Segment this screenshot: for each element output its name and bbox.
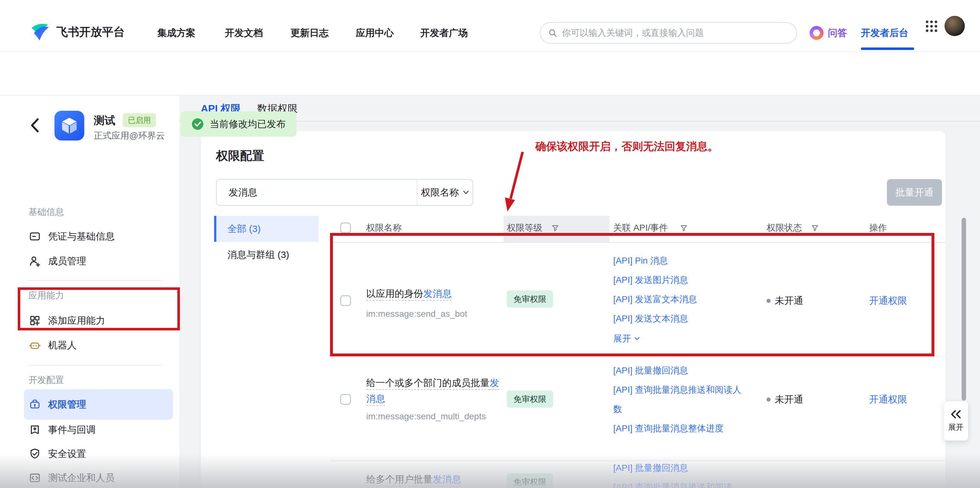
api-link[interactable]: [API] Pin 消息 — [613, 251, 743, 270]
col-header-status: 权限状态 — [767, 222, 802, 234]
publish-status-text: 当前修改均已发布 — [210, 118, 286, 131]
app-subtitle: 正式应用@环界云 — [94, 130, 165, 142]
nav-item-docs[interactable]: 开发文档 — [225, 26, 263, 40]
filter-icon-api[interactable] — [680, 224, 688, 232]
expand-apis-link[interactable]: 展开 — [613, 330, 640, 347]
permission-code: im:message:send_as_bot — [366, 307, 467, 320]
sidebar-item-permissions[interactable]: 权限管理 — [29, 396, 86, 413]
api-link[interactable]: [API] 发送富文本消息 — [613, 290, 743, 309]
permission-name: 给一个或多个部门的成员批量发消息 — [366, 375, 504, 407]
nav-item-changelog[interactable]: 更新日志 — [290, 26, 328, 40]
search-filter-label: 权限名称 — [421, 186, 459, 199]
sidebar-item-label: 事件与回调 — [48, 423, 95, 436]
col-header-action: 操作 — [869, 222, 887, 234]
shield-check-icon — [29, 447, 41, 460]
permission-code: im:message:send_multi_depts — [366, 410, 486, 423]
feishu-logo-icon — [30, 22, 51, 43]
level-tag: 免审权限 — [507, 474, 553, 488]
sidebar-group-dev-config: 开发配置 — [29, 374, 64, 387]
top-navigation: 飞书开放平台 集成方案 开发文档 更新日志 应用中心 开发者广场 问答 开发者后… — [0, 0, 980, 52]
category-label: 消息与群组 (3) — [214, 249, 289, 261]
nav-item-developer-console[interactable]: 开发者后台 — [861, 26, 908, 40]
nav-item-appcenter[interactable]: 应用中心 — [356, 26, 394, 40]
category-active-bar — [214, 216, 216, 242]
sidebar-item-label: 安全设置 — [48, 447, 86, 461]
apps-grid-icon[interactable] — [925, 20, 938, 33]
sidebar-item-add-capability[interactable]: 添加应用能力 — [29, 312, 105, 330]
filter-icon-level[interactable] — [551, 224, 559, 232]
search-filter-dropdown[interactable]: 权限名称 — [417, 180, 473, 205]
vertical-scrollbar[interactable] — [962, 218, 966, 401]
permission-briefcase-icon — [29, 398, 41, 411]
api-list: [API] Pin 消息 [API] 发送图片消息 [API] 发送富文本消息 … — [613, 251, 743, 328]
col-header-name: 权限名称 — [366, 222, 402, 234]
sidebar-item-bot[interactable]: 机器人 — [29, 336, 76, 354]
back-icon[interactable] — [30, 117, 40, 133]
permission-search-group: 权限名称 — [216, 179, 473, 206]
col-header-api: 关联 API/事件 — [613, 222, 668, 234]
active-nav-underline — [861, 48, 914, 50]
sidebar-item-label: 测试企业和人员 — [48, 472, 115, 485]
app-header: 测试 已启用 正式应用@环界云 当前修改均已发布 — [0, 52, 980, 95]
sidebar-item-credentials[interactable]: 凭证与基础信息 — [29, 228, 115, 245]
sidebar-item-label: 成员管理 — [48, 255, 86, 268]
permission-name: 给多个用户批量发消息 — [366, 472, 506, 487]
bulk-enable-button[interactable]: 批量开通 — [887, 179, 942, 206]
sidebar-item-label: 凭证与基础信息 — [48, 230, 115, 243]
feishu-logo[interactable]: 飞书开放平台 — [30, 22, 125, 43]
row-checkbox[interactable] — [340, 295, 351, 306]
double-chevron-left-icon — [950, 409, 962, 419]
api-list: [API] 批量撤回消息 [API] 查询批量消息推送和阅读人数 [API] 查… — [613, 361, 743, 438]
level-tag: 免审权限 — [507, 391, 553, 407]
sidebar-group-basic: 基础信息 — [29, 206, 64, 219]
app-icon — [54, 111, 84, 141]
enable-permission-link[interactable]: 开通权限 — [869, 294, 907, 307]
api-link[interactable]: [API] 发送图片消息 — [613, 270, 743, 290]
sidebar-item-label: 添加应用能力 — [48, 314, 105, 327]
expand-panel-button[interactable]: 展开 — [944, 401, 968, 440]
level-tag: 免审权限 — [507, 290, 553, 307]
sidebar-item-events[interactable]: 事件与回调 — [29, 421, 95, 439]
select-all-checkbox[interactable] — [340, 222, 351, 233]
app-name: 测试 — [94, 113, 115, 127]
api-link[interactable]: [API] 批量撤回消息 — [613, 458, 743, 478]
robot-icon — [29, 339, 41, 352]
filter-icon-status[interactable] — [811, 224, 819, 232]
expand-label: 展开 — [613, 330, 631, 347]
publish-status-banner: 当前修改均已发布 — [181, 111, 296, 137]
nav-item-marketplace[interactable]: 开发者广场 — [420, 26, 468, 40]
category-label: 全部 (3) — [214, 222, 261, 236]
sidebar-divider — [29, 365, 162, 366]
sidebar-item-security[interactable]: 安全设置 — [29, 445, 86, 463]
user-avatar[interactable] — [945, 16, 965, 36]
global-search[interactable] — [540, 22, 797, 44]
qa-label: 问答 — [828, 26, 847, 40]
api-link[interactable]: [API] 查询批量消息推送和阅读 — [613, 478, 743, 488]
status-text: 未开通 — [775, 393, 803, 406]
row-checkbox[interactable] — [340, 394, 351, 405]
api-link[interactable]: [API] 发送文本消息 — [613, 309, 743, 328]
enable-permission-link[interactable]: 开通权限 — [869, 393, 907, 406]
name-text: 以应用的身份 — [366, 288, 423, 299]
global-search-input[interactable] — [562, 28, 789, 38]
status-dot — [767, 299, 771, 303]
permission-search-input[interactable] — [216, 187, 417, 198]
app-status-badge: 已启用 — [123, 113, 156, 127]
name-match-text[interactable]: 发消息 — [433, 474, 461, 485]
row-divider — [330, 356, 945, 356]
name-match-text[interactable]: 发消息 — [423, 288, 452, 299]
grid-plus-icon — [29, 314, 41, 327]
category-message-group[interactable]: 消息与群组 (3) — [214, 242, 319, 268]
qa-entry[interactable]: 问答 — [810, 26, 847, 40]
sidebar-item-test-company[interactable]: 测试企业和人员 — [29, 469, 115, 487]
annotation-note: 确保该权限开启，否则无法回复消息。 — [535, 139, 718, 154]
tabs-divider — [179, 121, 980, 122]
nav-item-integration[interactable]: 集成方案 — [158, 26, 196, 40]
sidebar-item-label: 权限管理 — [48, 398, 86, 411]
api-link[interactable]: [API] 查询批量消息整体进度 — [613, 419, 743, 438]
header-divider — [330, 242, 945, 243]
api-link[interactable]: [API] 批量撤回消息 — [613, 361, 743, 380]
category-all[interactable]: 全部 (3) — [214, 216, 319, 242]
sidebar-item-members[interactable]: 成员管理 — [29, 252, 86, 270]
api-link[interactable]: [API] 查询批量消息推送和阅读人数 — [613, 380, 743, 419]
